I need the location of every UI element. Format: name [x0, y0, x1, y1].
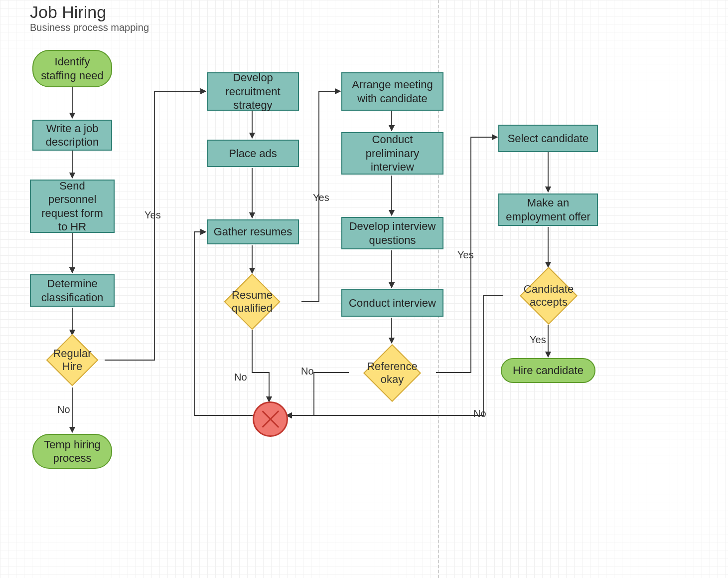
edge-label-no: No — [234, 372, 247, 383]
node-make-employment-offer[interactable]: Make an employment offer — [498, 193, 598, 226]
node-stop-icon[interactable] — [253, 401, 288, 437]
edge-label-no: No — [301, 366, 314, 377]
node-label: Send personnel request form to HR — [36, 179, 109, 234]
node-gather-resumes[interactable]: Gather resumes — [207, 219, 299, 244]
node-determine-classification[interactable]: Determine classification — [30, 274, 115, 307]
diagram-title: Job Hiring — [30, 2, 106, 22]
node-label: Write a job description — [38, 122, 106, 149]
node-label: Develop interview questions — [347, 219, 437, 247]
node-label: Determine classification — [36, 277, 109, 304]
node-label: Conduct interview — [349, 296, 436, 310]
node-develop-interview-questions[interactable]: Develop interview questions — [341, 217, 443, 249]
node-conduct-preliminary-interview[interactable]: Conduct preliminary interview — [341, 132, 443, 175]
node-label: Candidate accepts — [513, 260, 584, 331]
node-label: Gather resumes — [214, 225, 292, 239]
node-temp-hiring-process[interactable]: Temp hiring process — [32, 434, 112, 469]
node-arrange-meeting[interactable]: Arrange meeting with candidate — [341, 72, 443, 111]
node-label: Resume qualified — [212, 262, 292, 342]
node-label: Make an employment offer — [504, 196, 592, 223]
node-label: Temp hiring process — [38, 438, 106, 465]
node-place-ads[interactable]: Place ads — [207, 140, 299, 167]
node-label: Reference okay — [357, 338, 428, 408]
node-label: Arrange meeting with candidate — [347, 78, 437, 105]
edge-label-no: No — [57, 404, 70, 415]
node-regular-hire-decision[interactable]: Regular Hire — [54, 342, 91, 379]
node-label: Identify staffing need — [38, 55, 106, 82]
edge-label-yes: Yes — [457, 249, 474, 261]
node-send-personnel-request[interactable]: Send personnel request form to HR — [30, 180, 115, 233]
node-conduct-interview[interactable]: Conduct interview — [341, 289, 443, 317]
node-develop-recruitment-strategy[interactable]: Develop recruitment strategy — [207, 72, 299, 111]
edge-label-yes: Yes — [313, 192, 329, 203]
diagram-subtitle: Business process mapping — [30, 22, 149, 33]
node-label: Develop recruitment strategy — [213, 71, 293, 112]
node-label: Select candidate — [508, 132, 589, 146]
node-label: Conduct preliminary interview — [347, 133, 437, 174]
edge-label-yes: Yes — [530, 334, 546, 346]
flowchart-canvas[interactable]: Job Hiring Business process mapping — [0, 0, 728, 578]
node-candidate-accepts-decision[interactable]: Candidate accepts — [528, 275, 569, 316]
edge-label-yes: Yes — [145, 209, 161, 221]
node-reference-okay-decision[interactable]: Reference okay — [372, 353, 413, 393]
node-hire-candidate[interactable]: Hire candidate — [501, 358, 595, 383]
node-label: Regular Hire — [44, 332, 101, 388]
node-identify-staffing-need[interactable]: Identify staffing need — [32, 50, 112, 87]
node-write-job-description[interactable]: Write a job description — [32, 120, 112, 151]
node-label: Hire candidate — [513, 364, 583, 378]
node-select-candidate[interactable]: Select candidate — [498, 125, 598, 152]
node-resume-qualified-decision[interactable]: Resume qualified — [232, 282, 272, 322]
node-label: Place ads — [229, 147, 277, 161]
edge-label-no: No — [473, 408, 486, 419]
